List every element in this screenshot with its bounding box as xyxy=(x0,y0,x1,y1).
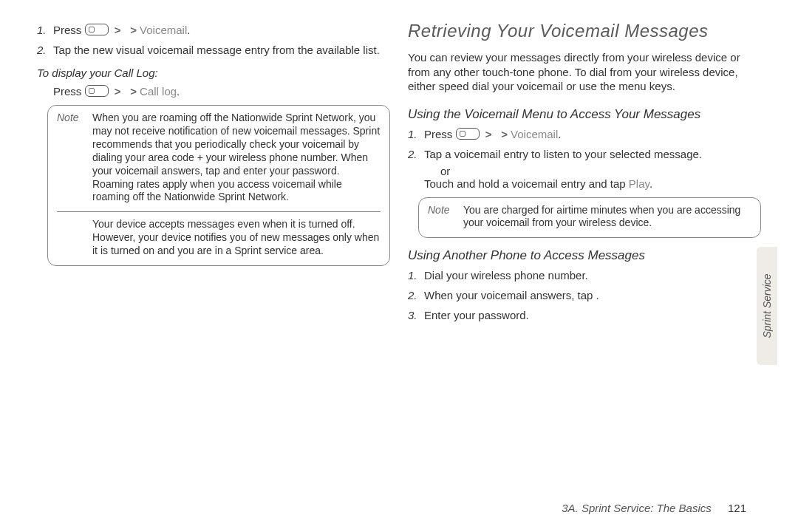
page-number: 121 xyxy=(728,502,746,514)
note-paragraph: When you are roaming off the Nationwide … xyxy=(92,112,381,204)
ordinal: 3. xyxy=(408,309,424,321)
note-label: Note xyxy=(428,204,460,217)
note-box: Note When you are roaming off the Nation… xyxy=(47,105,390,266)
play-label: Play xyxy=(629,177,649,190)
text: Enter your password. xyxy=(424,309,761,321)
note-paragraph: Your device accepts messages even when i… xyxy=(92,218,381,258)
text: Press xyxy=(53,24,81,36)
other-step-2: 2. When your voicemail answers, tap . xyxy=(408,289,761,301)
note-paragraph: You are charged for airtime minutes when… xyxy=(463,204,751,231)
home-key-icon xyxy=(456,128,480,140)
home-key-icon xyxy=(85,24,109,35)
note-separator xyxy=(57,211,381,212)
ordinal: 1. xyxy=(408,269,424,282)
text: Press xyxy=(424,128,452,140)
ordinal: 1. xyxy=(37,24,53,36)
menu-path-voicemail: Voicemail xyxy=(511,128,558,140)
chevron-icon: > xyxy=(501,128,508,140)
section-title: Retrieving Your Voicemail Messages xyxy=(408,21,761,41)
call-log-line: Press > > Call log. xyxy=(53,85,390,98)
text: Tap a voicemail entry to listen to your … xyxy=(424,148,702,160)
chevron-icon: > xyxy=(115,85,121,98)
ordinal: 2. xyxy=(408,289,424,301)
text: Tap the new visual voicemail message ent… xyxy=(53,44,390,56)
text: Press xyxy=(53,85,81,98)
section-side-tab: Sprint Service xyxy=(757,247,777,365)
ordinal: 2. xyxy=(37,44,53,56)
intro-paragraph: You can review your messages directly fr… xyxy=(408,50,761,94)
left-step-2: 2. Tap the new visual voicemail message … xyxy=(37,44,390,56)
subheading-voicemail-menu: Using the Voicemail Menu to Access Your … xyxy=(408,107,761,122)
right-step-1: 1. Press > > Voicemail. xyxy=(408,128,761,140)
footer-section: 3A. Sprint Service: The Basics xyxy=(562,502,712,514)
chevron-icon: > xyxy=(115,24,121,36)
subheading-another-phone: Using Another Phone to Access Messages xyxy=(408,248,761,263)
page-footer: 3A. Sprint Service: The Basics 121 xyxy=(562,502,746,514)
menu-path-call-log: Call log xyxy=(140,85,177,98)
chevron-icon: > xyxy=(130,85,137,98)
subheading-call-log: To display your Call Log: xyxy=(37,66,390,79)
other-step-3: 3. Enter your password. xyxy=(408,309,761,321)
left-step-1: 1. Press > > Voicemail. xyxy=(37,24,390,36)
text: Touch and hold a voicemail entry and tap xyxy=(424,177,626,190)
other-step-1: 1. Dial your wireless phone number. xyxy=(408,269,761,282)
chevron-icon: > xyxy=(485,128,492,140)
right-column: Retrieving Your Voicemail Messages You c… xyxy=(408,21,761,329)
note-box: Note You are charged for airtime minutes… xyxy=(418,197,761,239)
ordinal: 1. xyxy=(408,128,424,140)
right-step-2: 2. Tap a voicemail entry to listen to yo… xyxy=(408,148,761,190)
menu-path-voicemail: Voicemail xyxy=(140,24,187,36)
home-key-icon xyxy=(85,85,109,97)
ordinal: 2. xyxy=(408,148,424,190)
note-label: Note xyxy=(57,112,89,125)
left-column: 1. Press > > Voicemail. 2. Tap the new v… xyxy=(37,21,390,329)
text: When your voicemail answers, tap xyxy=(424,289,596,301)
text: Dial your wireless phone number. xyxy=(424,269,761,282)
chevron-icon: > xyxy=(130,24,137,36)
side-tab-label: Sprint Service xyxy=(761,273,773,338)
or-text: or xyxy=(440,165,450,177)
